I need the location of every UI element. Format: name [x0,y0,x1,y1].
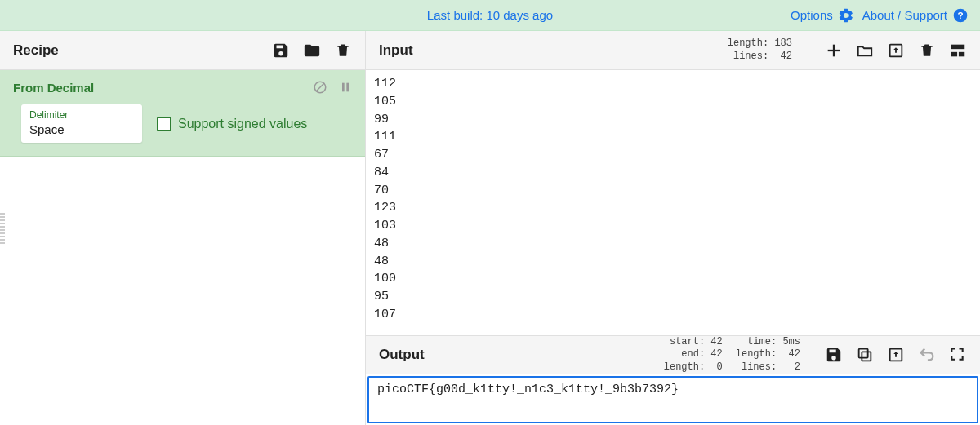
banner-right: Options About / Support ? [791,7,969,24]
svg-rect-9 [951,44,965,49]
recipe-column: Recipe From Decimal [0,31,366,425]
input-toolbar [825,42,967,60]
copy-output-button[interactable] [856,346,874,364]
signed-label: Support signed values [178,117,307,131]
operation-name: From Decimal [13,81,94,95]
recipe-header: Recipe [0,31,365,70]
main-layout: Recipe From Decimal [0,31,980,425]
clear-input-button[interactable] [918,42,936,60]
output-stats: start: 42 end: 42 length: 0 time: 5ms le… [664,336,800,374]
open-file-button[interactable] [887,42,905,60]
help-icon: ? [952,7,969,24]
svg-rect-4 [342,83,345,92]
input-title: Input [379,42,413,59]
input-textarea[interactable]: 112 105 99 111 67 84 70 123 103 48 48 10… [366,70,980,335]
options-link[interactable]: Options [791,7,854,24]
operation-body: Delimiter Space Support signed values [0,98,365,156]
add-input-button[interactable] [825,42,843,60]
svg-rect-11 [959,51,964,56]
disable-icon[interactable] [313,80,327,95]
maximize-button[interactable] [949,346,967,364]
svg-rect-10 [951,51,957,56]
about-label: About / Support [862,8,947,22]
delimiter-value: Space [29,122,134,136]
operation-controls [313,80,352,95]
undo-button[interactable] [918,346,936,364]
open-folder-button[interactable] [856,42,874,60]
options-label: Options [791,8,833,22]
svg-rect-12 [862,352,871,361]
drag-grip[interactable] [0,213,5,246]
svg-text:?: ? [957,10,963,20]
recipe-toolbar [272,42,352,60]
checkbox-icon [157,117,172,131]
svg-line-3 [316,83,325,92]
delimiter-select[interactable]: Delimiter Space [21,104,142,143]
svg-rect-13 [859,349,868,358]
io-column: Input length: 183 lines: 42 [366,31,980,425]
output-title: Output [379,347,425,363]
load-recipe-button[interactable] [303,42,321,60]
operation-from-decimal[interactable]: From Decimal Delimiter Space S [0,70,365,157]
delimiter-label: Delimiter [29,109,134,121]
operation-header: From Decimal [0,70,365,98]
gear-icon [838,7,854,24]
build-notice[interactable]: Last build: 10 days ago [427,8,553,22]
replace-input-button[interactable] [887,346,905,364]
save-recipe-button[interactable] [272,42,290,60]
recipe-title: Recipe [13,42,59,59]
pause-icon[interactable] [339,80,352,95]
signed-checkbox[interactable]: Support signed values [157,117,307,131]
toggle-layout-button[interactable] [949,42,967,60]
input-stats: length: 183 lines: 42 [728,38,792,63]
output-toolbar [825,346,967,364]
svg-rect-5 [346,83,349,92]
notice-banner: Last build: 10 days ago Options About / … [0,0,980,31]
output-textarea[interactable]: picoCTF{g00d_k1tty!_n1c3_k1tty!_9b3b7392… [368,376,978,423]
about-link[interactable]: About / Support ? [862,7,969,24]
save-output-button[interactable] [825,346,843,364]
input-header: Input length: 183 lines: 42 [366,31,980,70]
output-header: Output start: 42 end: 42 length: 0 time:… [366,335,980,374]
clear-recipe-button[interactable] [334,42,352,60]
